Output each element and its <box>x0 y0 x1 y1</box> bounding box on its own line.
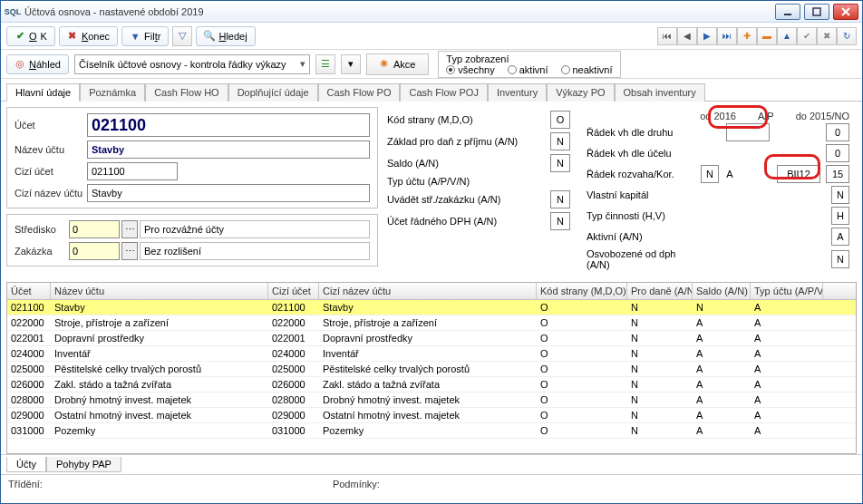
list-icon-button[interactable]: ☰ <box>315 54 335 74</box>
table-row[interactable]: 022000Stroje, přístroje a zařízení022000… <box>7 315 856 331</box>
konec-button[interactable]: ✖Konec <box>59 26 118 46</box>
ucet-input[interactable] <box>87 113 370 137</box>
grid-cell: A <box>751 377 823 392</box>
report-combo[interactable]: Číselník účtové osnovy - kontrola řádky … <box>74 54 310 74</box>
grid-cell: 022001 <box>268 331 319 345</box>
cizinaz-input[interactable] <box>87 184 370 202</box>
stredisko-code[interactable] <box>69 220 120 238</box>
grid-cell: N <box>627 423 693 438</box>
grid-cell: Inventář <box>51 346 268 361</box>
nav-next[interactable]: ▶ <box>697 27 717 45</box>
grid-cell: 022001 <box>7 331 51 345</box>
table-row[interactable]: 022001Dopravní prostředky022001Dopravní … <box>7 331 856 346</box>
kod-input[interactable] <box>550 111 570 129</box>
nav-prev[interactable]: ◀ <box>677 27 697 45</box>
grid-header-cell[interactable]: Saldo (A/N) <box>693 283 751 299</box>
nazev-input[interactable] <box>87 141 370 159</box>
r4-v[interactable] <box>831 186 849 204</box>
tab-2[interactable]: Cash Flow HO <box>145 83 228 102</box>
tab-5[interactable]: Cash Flow POJ <box>400 83 487 102</box>
grid-cell: Zakl. stádo a tažná zvířata <box>319 377 537 392</box>
table-row[interactable]: 026000Zakl. stádo a tažná zvířata026000Z… <box>7 377 856 393</box>
bottom-tab-0[interactable]: Účty <box>6 457 46 472</box>
grid-header-cell[interactable]: Cizí účet <box>268 283 319 299</box>
r4-label: Vlastní kapitál <box>587 189 695 200</box>
hledej-button[interactable]: 🔍Hledej <box>196 26 255 46</box>
tab-4[interactable]: Cash Flow PO <box>318 83 401 102</box>
table-row[interactable]: 031000Pozemky031000PozemkyONAA <box>7 423 856 439</box>
saldo-label: Saldo (A/N) <box>387 158 439 169</box>
nav-ok[interactable]: ✔ <box>797 27 817 45</box>
grid-header-cell[interactable]: Kód strany (M,D,O) <box>537 283 627 299</box>
tab-7[interactable]: Výkazy PO <box>547 83 614 102</box>
r3-a[interactable] <box>701 165 719 183</box>
r2-do[interactable] <box>826 144 849 162</box>
close-button[interactable] <box>833 4 858 20</box>
bottom-tab-1[interactable]: Pohyby PAP <box>46 457 121 472</box>
data-grid[interactable]: ÚčetNázev účtuCizí účetCizí název účtuKó… <box>6 282 857 454</box>
zakazka-lookup-button[interactable]: ⋯ <box>121 242 138 260</box>
r1-od[interactable] <box>726 123 770 141</box>
tab-1[interactable]: Poznámka <box>80 83 145 102</box>
r3-c[interactable] <box>777 165 820 183</box>
grid-cell: Pěstitelské celky trvalých porostů <box>319 362 537 376</box>
zakazka-code[interactable] <box>69 242 120 260</box>
r7-v[interactable] <box>831 250 849 268</box>
nav-last[interactable]: ⏭ <box>717 27 737 45</box>
table-row[interactable]: 029000Ostatní hmotný invest. majetek0290… <box>7 408 856 423</box>
dph-input[interactable] <box>550 212 570 230</box>
grid-header-cell[interactable]: Název účtu <box>51 283 268 299</box>
grid-header-cell[interactable]: Typ účtu (A/P/V <box>751 283 823 299</box>
filter-clear-button[interactable]: ▽ <box>172 26 192 46</box>
grid-header-cell[interactable]: Účet <box>7 283 51 299</box>
nav-up[interactable]: ▲ <box>777 27 797 45</box>
r5-v[interactable] <box>831 207 849 225</box>
tab-0[interactable]: Hlavní údaje <box>6 83 80 102</box>
r3-b: A <box>724 169 735 179</box>
tab-6[interactable]: Inventury <box>488 83 547 102</box>
saldo-input[interactable] <box>550 154 570 172</box>
nav-first[interactable]: ⏮ <box>657 27 677 45</box>
tab-3[interactable]: Doplňující údaje <box>228 83 318 102</box>
nahled-button[interactable]: ◎Náhled <box>6 54 69 74</box>
radio-neaktivni[interactable]: neaktivní <box>561 64 613 75</box>
grid-header-cell[interactable]: Pro daně (A/N) <box>627 283 693 299</box>
r1-do[interactable] <box>826 123 849 141</box>
table-row[interactable]: 025000Pěstitelské celky trvalých porostů… <box>7 362 856 377</box>
cizi-input[interactable] <box>87 162 178 180</box>
grid-cell: A <box>693 408 751 422</box>
stredisko-lookup-button[interactable]: ⋯ <box>121 220 138 238</box>
uvadet-input[interactable] <box>550 190 570 208</box>
radio-aktivni[interactable]: aktivní <box>508 64 548 75</box>
toolbar-main: ✔OOKK ✖Konec ▼Filtr ▽ 🔍Hledej ⏮ ◀ ▶ ⏭ ✚ … <box>1 23 862 50</box>
tab-8[interactable]: Obsah inventury <box>615 83 705 102</box>
nav-add[interactable]: ✚ <box>737 27 757 45</box>
grid-cell: Drobný hmotný invest. majetek <box>319 393 537 407</box>
r6-v[interactable] <box>831 228 849 246</box>
ok-button[interactable]: ✔OOKK <box>6 26 55 46</box>
nav-refresh[interactable]: ↻ <box>837 27 857 45</box>
filtr-button[interactable]: ▼Filtr <box>121 26 169 46</box>
grid-cell: A <box>693 315 751 330</box>
nav-buttons: ⏮ ◀ ▶ ⏭ ✚ ▬ ▲ ✔ ✖ ↻ <box>657 27 857 45</box>
zaklad-input[interactable] <box>550 132 570 150</box>
grid-cell: A <box>751 315 823 330</box>
dropdown-icon-button[interactable]: ▾ <box>341 54 361 74</box>
table-row[interactable]: 021100Stavby021100StavbyONNA <box>7 300 856 315</box>
grid-header-cell[interactable]: Cizí název účtu <box>319 283 537 299</box>
grid-cell: 031000 <box>268 423 319 438</box>
table-row[interactable]: 028000Drobný hmotný invest. majetek02800… <box>7 393 856 408</box>
maximize-button[interactable] <box>804 4 829 20</box>
grid-cell: A <box>751 423 823 438</box>
grid-body[interactable]: 021100Stavby021100StavbyONNA022000Stroje… <box>7 300 856 453</box>
r3-d[interactable] <box>826 165 849 183</box>
akce-button[interactable]: ✺Akce <box>366 53 429 75</box>
toolbar-secondary: ◎Náhled Číselník účtové osnovy - kontrol… <box>1 50 862 79</box>
table-row[interactable]: 024000Inventář024000InventářONAA <box>7 346 856 362</box>
radio-vsechny[interactable]: všechny <box>446 64 494 75</box>
status-trideni: Třídění: <box>8 479 43 489</box>
nav-remove[interactable]: ▬ <box>757 27 777 45</box>
nav-cancel[interactable]: ✖ <box>817 27 837 45</box>
minimize-button[interactable] <box>775 4 800 20</box>
hdr-od: od 2016 <box>700 111 736 121</box>
